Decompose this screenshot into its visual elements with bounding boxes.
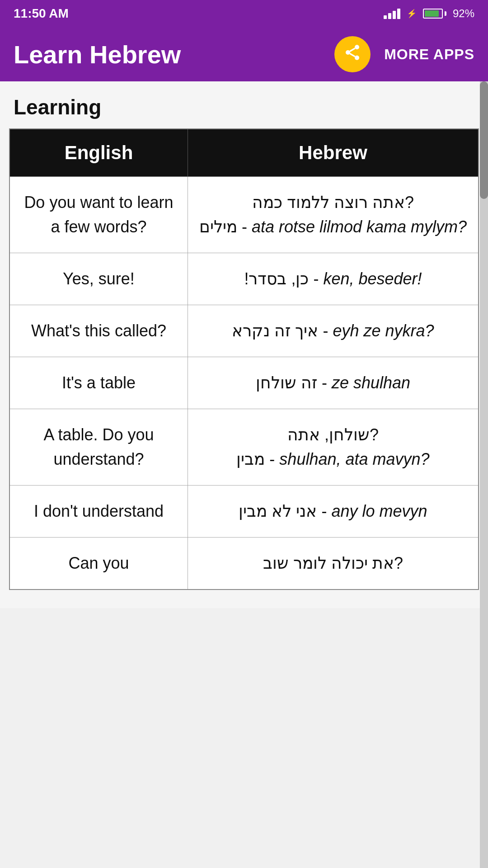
table-row: Can you את יכולה לומר שוב? [9, 538, 479, 590]
status-bar: 11:50 AM ⚡ 92% [0, 0, 488, 27]
hebrew-cell: אתה רוצה ללמוד כמה?מילים - ata rotse lil… [188, 177, 479, 253]
vocabulary-table: English Hebrew Do you want to learn a fe… [9, 128, 479, 590]
svg-line-3 [350, 53, 355, 57]
table-row: I don't understand אני לא מבין - any lo … [9, 486, 479, 538]
table-row: Yes, sure! !כן, בסדר - ken, beseder! [9, 253, 479, 305]
hebrew-cell: אני לא מבין - any lo mevyn [188, 486, 479, 538]
hebrew-cell: זה שולחן - ze shulhan [188, 357, 479, 409]
english-cell: A table. Do you understand? [9, 409, 188, 486]
hebrew-cell: איך זה נקרא - eyh ze nykra? [188, 305, 479, 357]
table-header-row: English Hebrew [9, 129, 479, 177]
english-cell: Do you want to learn a few words? [9, 177, 188, 253]
svg-line-4 [350, 48, 355, 51]
english-cell: Can you [9, 538, 188, 590]
scrollbar-thumb[interactable] [480, 81, 488, 199]
svg-point-1 [346, 50, 350, 55]
battery-percentage: 92% [453, 7, 474, 20]
battery-icon [423, 9, 446, 19]
share-button[interactable] [334, 36, 371, 72]
english-cell: What's this called? [9, 305, 188, 357]
table-row: It's a table זה שולחן - ze shulhan [9, 357, 479, 409]
english-cell: Yes, sure! [9, 253, 188, 305]
app-title: Learn Hebrew [14, 40, 181, 69]
status-time: 11:50 AM [14, 6, 69, 21]
table-row: What's this called? איך זה נקרא - eyh ze… [9, 305, 479, 357]
status-icons: ⚡ 92% [384, 7, 474, 20]
hebrew-cell: את יכולה לומר שוב? [188, 538, 479, 590]
app-header: Learn Hebrew MORE APPS [0, 27, 488, 81]
hebrew-cell: !כן, בסדר - ken, beseder! [188, 253, 479, 305]
signal-icon [384, 9, 400, 19]
charging-icon: ⚡ [407, 9, 417, 19]
table-row: A table. Do you understand? שולחן, אתה?מ… [9, 409, 479, 486]
share-icon [343, 43, 361, 66]
scrollbar-track[interactable] [480, 81, 488, 868]
header-actions: MORE APPS [334, 36, 474, 72]
col-hebrew-header: Hebrew [188, 129, 479, 177]
svg-point-2 [355, 55, 359, 60]
more-apps-button[interactable]: MORE APPS [384, 46, 474, 63]
english-cell: I don't understand [9, 486, 188, 538]
section-heading: Learning [0, 81, 488, 124]
main-content: English Hebrew Do you want to learn a fe… [0, 124, 488, 608]
english-cell: It's a table [9, 357, 188, 409]
hebrew-cell: שולחן, אתה?מבין - shulhan, ata mavyn? [188, 409, 479, 486]
col-english-header: English [9, 129, 188, 177]
table-row: Do you want to learn a few words? אתה רו… [9, 177, 479, 253]
svg-point-0 [355, 45, 359, 49]
